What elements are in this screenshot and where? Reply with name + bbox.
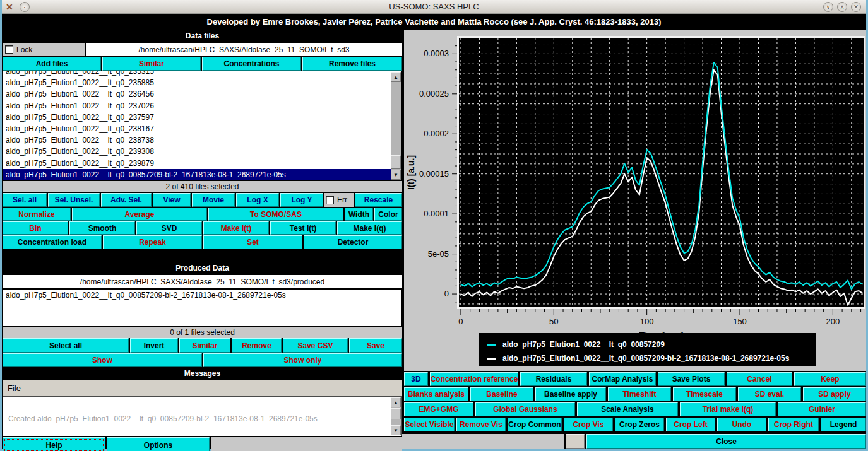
guinier-button[interactable]: Guinier [778, 402, 866, 416]
app-icon[interactable]: ✕ [6, 2, 13, 12]
show-button[interactable]: Show [3, 353, 202, 367]
sd-eval-button[interactable]: SD eval. [738, 387, 801, 401]
produced-similar-button[interactable]: Similar [179, 338, 230, 353]
crop-zeros-button[interactable]: Crop Zeros [615, 418, 664, 431]
global-gaussians-button[interactable]: Global Gaussians [475, 402, 575, 416]
save-plots-button[interactable]: Save Plots [658, 372, 725, 386]
log-y-button[interactable]: Log Y [280, 193, 323, 207]
close-icon[interactable]: ✕ [851, 2, 861, 12]
view-button[interactable]: View [153, 193, 191, 207]
crop-vis-button[interactable]: Crop Vis [564, 418, 613, 431]
scale-analysis-button[interactable]: Scale Analysis [577, 402, 678, 416]
crop-common-button[interactable]: Crop Common [508, 418, 562, 431]
elution-plot[interactable]: 05010015020005e-050.00010.000150.00020.0… [404, 30, 866, 371]
bin-button[interactable]: Bin [3, 221, 68, 235]
file-list-item[interactable]: aldo_pH7p5_Elution1_0022__It_q0_238738 [3, 134, 401, 146]
make-iq-button[interactable]: Make I(q) [337, 221, 402, 235]
resize-grip[interactable] [566, 434, 585, 449]
data-files-list[interactable]: aldo_pH7p5_Elution1_0022__It_q0_235315 a… [3, 71, 402, 181]
trial-make-iq-button[interactable]: Trial make I(q) [680, 402, 776, 416]
sel-unsel-button[interactable]: Sel. Unsel. [48, 193, 100, 207]
timeshift-button[interactable]: Timeshift [608, 387, 671, 401]
sel-all-button[interactable]: Sel. all [3, 193, 47, 207]
test-it-button[interactable]: Test I(t) [270, 221, 336, 235]
select-visible-button[interactable]: Select Visible [404, 418, 455, 431]
rescale-button[interactable]: Rescale [355, 193, 402, 207]
normalize-button[interactable]: Normalize [3, 208, 71, 221]
blanks-analysis-button[interactable]: Blanks analysis [404, 387, 468, 401]
scroll-up-icon[interactable]: ▲ [391, 397, 401, 407]
produced-data-list[interactable]: aldo_pH7p5_Elution1_0022__It_q0_00857209… [3, 289, 402, 327]
save-button[interactable]: Save [349, 338, 402, 353]
messages-box[interactable]: Created aldo_pH7p5_Elution1_0022__It_q0_… [3, 396, 402, 436]
timescale-button[interactable]: Timescale [673, 387, 736, 401]
file-list-item[interactable]: aldo_pH7p5_Elution1_0022__It_q0_238167 [3, 123, 401, 134]
color-button[interactable]: Color [374, 208, 402, 221]
make-it-button[interactable]: Make I(t) [203, 221, 269, 235]
credits-banner: Developed by Emre Brookes, Javier Pérez,… [2, 14, 866, 29]
scroll-up-icon[interactable]: ▲ [391, 72, 401, 82]
invert-button[interactable]: Invert [130, 338, 178, 353]
scroll-down-icon[interactable]: ▼ [391, 425, 401, 435]
concentration-reference-button[interactable]: Concentration reference [430, 372, 518, 386]
file-list-item[interactable]: aldo_pH7p5_Elution1_0022__It_q0_239879 [3, 158, 401, 169]
produced-select-all-button[interactable]: Select all [3, 338, 129, 353]
scrollbar-thumb[interactable] [391, 408, 401, 419]
file-list-item[interactable]: aldo_pH7p5_Elution1_0022__It_q0_235885 [3, 77, 401, 88]
legend-button[interactable]: Legend [821, 418, 866, 431]
file-menu[interactable]: File [8, 384, 21, 393]
err-checkbox[interactable] [326, 196, 334, 204]
remove-files-button[interactable]: Remove files [302, 57, 402, 71]
to-somo-sas-button[interactable]: To SOMO/SAS [208, 208, 343, 221]
smooth-button[interactable]: Smooth [69, 221, 135, 235]
movie-button[interactable]: Movie [192, 193, 235, 207]
close-button[interactable]: Close [586, 434, 866, 449]
file-list-item[interactable]: aldo_pH7p5_Elution1_0022__It_q0_239308 [3, 146, 401, 157]
show-only-button[interactable]: Show only [203, 353, 402, 367]
file-list-item[interactable]: aldo_pH7p5_Elution1_0022__It_q0_235315 [3, 71, 401, 77]
set-button[interactable]: Set [203, 235, 302, 249]
residuals-button[interactable]: Residuals [520, 372, 587, 386]
lock-checkbox[interactable] [5, 45, 13, 54]
concentrations-button[interactable]: Concentrations [202, 57, 301, 71]
crop-right-button[interactable]: Crop Right [768, 418, 819, 431]
3d-button[interactable]: 3D [404, 372, 428, 386]
scroll-down-icon[interactable]: ▼ [391, 170, 401, 180]
save-csv-button[interactable]: Save CSV [283, 338, 348, 353]
concentration-load-button[interactable]: Concentration load [3, 235, 102, 249]
keep-button[interactable]: Keep [794, 372, 866, 386]
maximize-icon[interactable]: ∧ [837, 2, 847, 12]
similar-files-button[interactable]: Similar [102, 57, 201, 71]
file-list-scrollbar[interactable]: ▲ ▼ [391, 72, 401, 180]
options-button[interactable]: Options [107, 437, 210, 451]
minimize-icon[interactable]: ∨ [823, 2, 833, 12]
file-list-item[interactable]: aldo_pH7p5_Elution1_0022__It_q0_236456 [3, 88, 401, 100]
window-menu-button[interactable]: · [20, 2, 30, 12]
adv-sel-button[interactable]: Adv. Sel. [101, 193, 152, 207]
produced-remove-button[interactable]: Remove [232, 338, 282, 353]
cancel-button[interactable]: Cancel [727, 372, 792, 386]
width-button[interactable]: Width [345, 208, 373, 221]
file-list-item[interactable]: aldo_pH7p5_Elution1_0022__It_q0_237597 [3, 112, 401, 123]
sd-apply-button[interactable]: SD apply [803, 387, 866, 401]
add-files-button[interactable]: Add files [3, 57, 101, 71]
repeak-button[interactable]: Repeak [103, 235, 202, 249]
baseline-button[interactable]: Baseline [470, 387, 533, 401]
help-button[interactable]: Help [3, 437, 105, 451]
cormap-analysis-button[interactable]: CorMap Analysis [589, 372, 656, 386]
plot-canvas[interactable]: 05010015020005e-050.00010.000150.00020.0… [404, 30, 866, 371]
svd-button[interactable]: SVD [136, 221, 202, 235]
messages-scrollbar[interactable]: ▲ ▼ [391, 397, 401, 435]
undo-button[interactable]: Undo [717, 418, 766, 431]
baseline-apply-button[interactable]: Baseline apply [535, 387, 606, 401]
produced-list-item[interactable]: aldo_pH7p5_Elution1_0022__It_q0_00857209… [3, 290, 401, 301]
file-list-item[interactable]: aldo_pH7p5_Elution1_0022__It_q0_237026 [3, 100, 401, 112]
average-button[interactable]: Average [72, 208, 207, 221]
crop-left-button[interactable]: Crop Left [666, 418, 715, 431]
scrollbar-thumb[interactable] [391, 155, 401, 169]
detector-button[interactable]: Detector [304, 235, 402, 249]
log-x-button[interactable]: Log X [236, 193, 279, 207]
emg-gmg-button[interactable]: EMG+GMG [404, 402, 473, 416]
file-list-item-selected[interactable]: aldo_pH7p5_Elution1_0022__It_q0_00857209… [3, 169, 401, 180]
remove-vis-button[interactable]: Remove Vis [456, 418, 506, 431]
